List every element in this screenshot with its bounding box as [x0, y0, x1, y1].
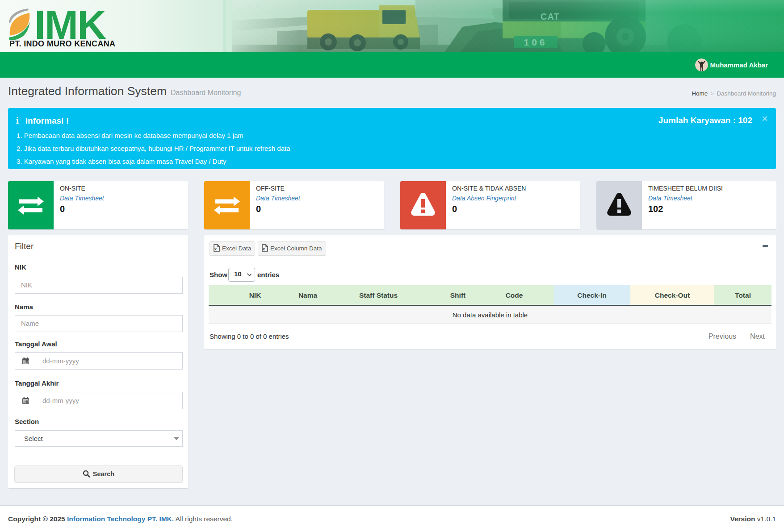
svg-text:x: x	[214, 247, 217, 251]
svg-text:x: x	[263, 247, 265, 251]
svg-text:PT. INDO MURO KENCANA: PT. INDO MURO KENCANA	[9, 39, 115, 48]
